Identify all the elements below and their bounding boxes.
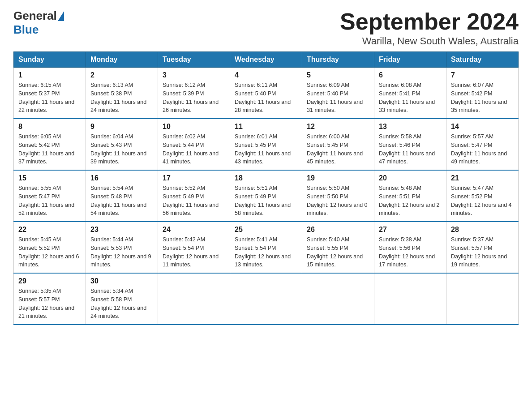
day-info: Sunrise: 5:58 AMSunset: 5:46 PMDaylight:… <box>379 133 435 165</box>
day-info: Sunrise: 5:35 AMSunset: 5:57 PMDaylight:… <box>18 288 74 319</box>
day-number: 11 <box>235 123 297 131</box>
day-info: Sunrise: 6:09 AMSunset: 5:40 PMDaylight:… <box>307 82 363 113</box>
calendar-week-4: 22 Sunrise: 5:45 AMSunset: 5:52 PMDaylig… <box>14 222 519 273</box>
day-info: Sunrise: 6:00 AMSunset: 5:45 PMDaylight:… <box>307 133 363 165</box>
day-info: Sunrise: 6:04 AMSunset: 5:43 PMDaylight:… <box>90 133 146 165</box>
day-number: 10 <box>163 123 225 131</box>
calendar-cell: 6 Sunrise: 6:08 AMSunset: 5:41 PMDayligh… <box>374 68 446 119</box>
calendar-cell: 16 Sunrise: 5:54 AMSunset: 5:48 PMDaylig… <box>86 170 158 222</box>
calendar-cell: 10 Sunrise: 6:02 AMSunset: 5:44 PMDaylig… <box>158 119 230 170</box>
day-info: Sunrise: 6:08 AMSunset: 5:41 PMDaylight:… <box>379 82 435 113</box>
day-number: 30 <box>90 277 153 285</box>
calendar-cell: 25 Sunrise: 5:41 AMSunset: 5:54 PMDaylig… <box>230 222 302 273</box>
calendar-cell <box>158 273 230 325</box>
day-info: Sunrise: 5:41 AMSunset: 5:54 PMDaylight:… <box>235 236 291 268</box>
calendar-cell: 5 Sunrise: 6:09 AMSunset: 5:40 PMDayligh… <box>302 68 374 119</box>
day-number: 14 <box>451 123 514 131</box>
calendar-cell <box>374 273 446 325</box>
day-info: Sunrise: 6:02 AMSunset: 5:44 PMDaylight:… <box>163 133 219 165</box>
calendar-cell: 20 Sunrise: 5:48 AMSunset: 5:51 PMDaylig… <box>374 170 446 222</box>
calendar-cell: 19 Sunrise: 5:50 AMSunset: 5:50 PMDaylig… <box>302 170 374 222</box>
day-number: 20 <box>379 174 442 182</box>
calendar-cell <box>302 273 374 325</box>
day-number: 18 <box>235 174 297 182</box>
calendar-cell: 3 Sunrise: 6:12 AMSunset: 5:39 PMDayligh… <box>158 68 230 119</box>
calendar-cell: 26 Sunrise: 5:40 AMSunset: 5:55 PMDaylig… <box>302 222 374 273</box>
page-header: General Blue September 2024 Warilla, New… <box>13 9 519 47</box>
calendar-cell: 12 Sunrise: 6:00 AMSunset: 5:45 PMDaylig… <box>302 119 374 170</box>
day-number: 22 <box>18 226 81 234</box>
logo-area: General Blue <box>13 9 64 37</box>
calendar-week-1: 1 Sunrise: 6:15 AMSunset: 5:37 PMDayligh… <box>14 68 519 119</box>
day-info: Sunrise: 5:48 AMSunset: 5:51 PMDaylight:… <box>379 185 440 216</box>
day-info: Sunrise: 5:37 AMSunset: 5:57 PMDaylight:… <box>451 236 507 268</box>
day-number: 15 <box>18 174 81 182</box>
day-header-saturday: Saturday <box>446 52 519 68</box>
day-info: Sunrise: 6:13 AMSunset: 5:38 PMDaylight:… <box>90 82 146 113</box>
day-info: Sunrise: 5:44 AMSunset: 5:53 PMDaylight:… <box>90 236 151 268</box>
day-number: 12 <box>307 123 369 131</box>
calendar-cell: 13 Sunrise: 5:58 AMSunset: 5:46 PMDaylig… <box>374 119 446 170</box>
day-info: Sunrise: 5:47 AMSunset: 5:52 PMDaylight:… <box>451 185 512 216</box>
logo-general-text: General <box>13 9 57 23</box>
day-info: Sunrise: 6:07 AMSunset: 5:42 PMDaylight:… <box>451 82 507 113</box>
calendar-week-5: 29 Sunrise: 5:35 AMSunset: 5:57 PMDaylig… <box>14 273 519 325</box>
day-info: Sunrise: 5:34 AMSunset: 5:58 PMDaylight:… <box>90 288 146 319</box>
location: Warilla, New South Wales, Australia <box>340 35 519 47</box>
calendar-cell: 8 Sunrise: 6:05 AMSunset: 5:42 PMDayligh… <box>14 119 86 170</box>
calendar-cell: 28 Sunrise: 5:37 AMSunset: 5:57 PMDaylig… <box>446 222 519 273</box>
calendar-cell: 1 Sunrise: 6:15 AMSunset: 5:37 PMDayligh… <box>14 68 86 119</box>
calendar-body: 1 Sunrise: 6:15 AMSunset: 5:37 PMDayligh… <box>14 68 519 325</box>
calendar-cell: 29 Sunrise: 5:35 AMSunset: 5:57 PMDaylig… <box>14 273 86 325</box>
day-number: 4 <box>235 71 297 79</box>
day-number: 8 <box>18 123 81 131</box>
calendar-cell: 18 Sunrise: 5:51 AMSunset: 5:49 PMDaylig… <box>230 170 302 222</box>
day-info: Sunrise: 5:45 AMSunset: 5:52 PMDaylight:… <box>18 236 79 268</box>
day-header-wednesday: Wednesday <box>230 52 302 68</box>
title-area: September 2024 Warilla, New South Wales,… <box>340 9 519 47</box>
day-info: Sunrise: 5:52 AMSunset: 5:49 PMDaylight:… <box>163 185 219 216</box>
day-info: Sunrise: 5:38 AMSunset: 5:56 PMDaylight:… <box>379 236 435 268</box>
day-info: Sunrise: 6:15 AMSunset: 5:37 PMDaylight:… <box>18 82 74 113</box>
day-number: 27 <box>379 226 442 234</box>
day-number: 25 <box>235 226 297 234</box>
day-number: 26 <box>307 226 369 234</box>
calendar-cell: 7 Sunrise: 6:07 AMSunset: 5:42 PMDayligh… <box>446 68 519 119</box>
calendar-cell: 11 Sunrise: 6:01 AMSunset: 5:45 PMDaylig… <box>230 119 302 170</box>
day-number: 9 <box>90 123 153 131</box>
days-header-row: SundayMondayTuesdayWednesdayThursdayFrid… <box>14 52 519 68</box>
day-number: 5 <box>307 71 369 79</box>
calendar-cell: 9 Sunrise: 6:04 AMSunset: 5:43 PMDayligh… <box>86 119 158 170</box>
logo: General <box>13 9 64 23</box>
day-number: 28 <box>451 226 514 234</box>
month-title: September 2024 <box>340 9 519 34</box>
calendar-cell: 23 Sunrise: 5:44 AMSunset: 5:53 PMDaylig… <box>86 222 158 273</box>
logo-triangle-icon <box>58 11 64 21</box>
day-number: 17 <box>163 174 225 182</box>
day-info: Sunrise: 5:54 AMSunset: 5:48 PMDaylight:… <box>90 185 146 216</box>
day-info: Sunrise: 5:51 AMSunset: 5:49 PMDaylight:… <box>235 185 291 216</box>
day-header-monday: Monday <box>86 52 158 68</box>
day-number: 24 <box>163 226 225 234</box>
day-info: Sunrise: 5:57 AMSunset: 5:47 PMDaylight:… <box>451 133 507 165</box>
calendar-cell: 30 Sunrise: 5:34 AMSunset: 5:58 PMDaylig… <box>86 273 158 325</box>
calendar-week-3: 15 Sunrise: 5:55 AMSunset: 5:47 PMDaylig… <box>14 170 519 222</box>
calendar-week-2: 8 Sunrise: 6:05 AMSunset: 5:42 PMDayligh… <box>14 119 519 170</box>
calendar-cell: 27 Sunrise: 5:38 AMSunset: 5:56 PMDaylig… <box>374 222 446 273</box>
calendar-cell: 24 Sunrise: 5:42 AMSunset: 5:54 PMDaylig… <box>158 222 230 273</box>
day-info: Sunrise: 6:05 AMSunset: 5:42 PMDaylight:… <box>18 133 74 165</box>
day-number: 2 <box>90 71 153 79</box>
day-header-sunday: Sunday <box>14 52 86 68</box>
day-number: 16 <box>90 174 153 182</box>
day-number: 3 <box>163 71 225 79</box>
day-info: Sunrise: 6:01 AMSunset: 5:45 PMDaylight:… <box>235 133 291 165</box>
day-info: Sunrise: 6:12 AMSunset: 5:39 PMDaylight:… <box>163 82 219 113</box>
calendar-cell: 21 Sunrise: 5:47 AMSunset: 5:52 PMDaylig… <box>446 170 519 222</box>
day-header-thursday: Thursday <box>302 52 374 68</box>
calendar-cell: 14 Sunrise: 5:57 AMSunset: 5:47 PMDaylig… <box>446 119 519 170</box>
day-info: Sunrise: 5:40 AMSunset: 5:55 PMDaylight:… <box>307 236 363 268</box>
day-header-tuesday: Tuesday <box>158 52 230 68</box>
calendar-table: SundayMondayTuesdayWednesdayThursdayFrid… <box>13 51 519 325</box>
calendar-cell <box>446 273 519 325</box>
calendar-cell: 4 Sunrise: 6:11 AMSunset: 5:40 PMDayligh… <box>230 68 302 119</box>
